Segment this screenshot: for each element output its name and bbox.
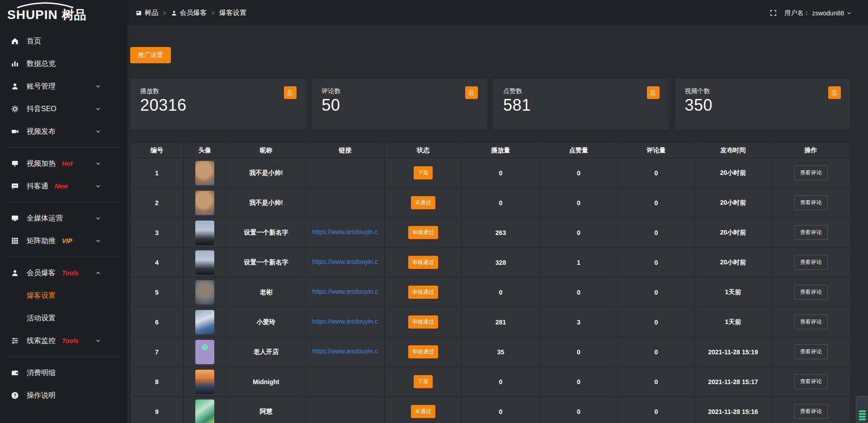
sidebar-item-label: 线索监控 bbox=[27, 336, 56, 346]
sidebar-item-douketong[interactable]: 抖客通 New bbox=[0, 175, 127, 197]
cell-nickname: Midnight bbox=[226, 367, 306, 397]
cell-comments: 0 bbox=[618, 188, 695, 218]
sidebar-item-matrix-boost[interactable]: 矩阵助推 VIP bbox=[0, 230, 127, 252]
sidebar-subitem-activity-settings[interactable]: 活动设置 bbox=[0, 307, 127, 329]
cell-no: 3 bbox=[131, 218, 184, 248]
floating-widget[interactable] bbox=[856, 396, 868, 423]
user-area: 用户名：zswodun88 bbox=[769, 9, 852, 17]
home-icon bbox=[11, 37, 20, 46]
sidebar-item-label: 全媒体运营 bbox=[27, 214, 63, 223]
cell-action: 查看评论 bbox=[772, 158, 850, 188]
breadcrumb-separator: > bbox=[212, 9, 215, 16]
status-badge: 审核通过 bbox=[408, 345, 438, 358]
breadcrumb-item-member-baoke[interactable]: 会员爆客 bbox=[171, 9, 207, 17]
sidebar-item-instructions[interactable]: ? 操作说明 bbox=[0, 384, 127, 407]
cell-action: 查看评论 bbox=[772, 248, 850, 277]
col-header-status: 状态 bbox=[385, 143, 462, 158]
video-link[interactable]: https://www.iesdouyin.c bbox=[312, 318, 378, 325]
tools-tag: Tools bbox=[62, 337, 79, 344]
breadcrumb-separator: > bbox=[163, 9, 166, 16]
col-header-link: 链接 bbox=[306, 143, 385, 158]
video-link[interactable]: https://www.iesdouyin.c bbox=[312, 258, 378, 265]
cell-avatar bbox=[184, 367, 226, 397]
sidebar-item-consumption-details[interactable]: 消费明细 bbox=[0, 362, 127, 384]
cell-nickname: 老彬 bbox=[226, 277, 306, 307]
sidebar-item-lead-monitor[interactable]: 线索监控 Tools bbox=[0, 329, 127, 352]
avatar bbox=[195, 280, 214, 305]
cell-link: https://www.iesdouyin.c bbox=[306, 307, 385, 337]
user-dropdown[interactable]: 用户名：zswodun88 bbox=[784, 9, 852, 17]
cell-time: 1天前 bbox=[695, 277, 772, 307]
view-comments-button[interactable]: 查看评论 bbox=[794, 255, 828, 270]
monitor-icon bbox=[11, 214, 20, 223]
view-comments-button[interactable]: 查看评论 bbox=[794, 315, 828, 329]
view-comments-button[interactable]: 查看评论 bbox=[794, 165, 828, 180]
brand-logo[interactable]: SHUPIN 树品 bbox=[0, 0, 127, 30]
sidebar-subitem-label: 爆客设置 bbox=[27, 291, 56, 301]
cell-no: 7 bbox=[131, 337, 184, 367]
sidebar-item-label: 视频发布 bbox=[27, 127, 56, 136]
chevron-down-icon bbox=[95, 106, 101, 112]
cell-action: 查看评论 bbox=[772, 277, 850, 307]
view-comments-button[interactable]: 查看评论 bbox=[794, 195, 828, 210]
stat-label: 视频个数 bbox=[685, 87, 840, 95]
video-link[interactable]: https://www.iesdouyin.c bbox=[312, 348, 378, 355]
stat-cards: 播放数 20316 总 评论数 50 总 点赞数 581 总 视频个数 350 bbox=[130, 79, 850, 130]
vip-tag: VIP bbox=[62, 237, 72, 244]
svg-text:?: ? bbox=[14, 393, 16, 398]
app-window: SHUPIN 树品 首页 数据总览 账号管理 抖音SEO 视频发布 bbox=[0, 0, 868, 423]
promotion-settings-button[interactable]: 推广设置 bbox=[130, 47, 171, 63]
cell-time: 20小时前 bbox=[695, 248, 772, 277]
sidebar-subitem-label: 活动设置 bbox=[27, 314, 56, 323]
cell-status: 审核通过 bbox=[385, 218, 462, 248]
cell-link bbox=[306, 397, 385, 423]
cell-nickname: 设置一个新名字 bbox=[226, 248, 306, 277]
avatar bbox=[195, 250, 214, 275]
sliders-icon bbox=[11, 336, 20, 345]
fullscreen-icon[interactable] bbox=[769, 9, 777, 17]
view-comments-button[interactable]: 查看评论 bbox=[794, 344, 828, 359]
sidebar-item-account-mgmt[interactable]: 账号管理 bbox=[0, 75, 127, 98]
cell-no: 2 bbox=[131, 188, 184, 218]
stat-card-likes: 点赞数 581 总 bbox=[493, 79, 669, 130]
cell-plays: 281 bbox=[462, 307, 540, 337]
avatar bbox=[195, 221, 214, 245]
sidebar-item-douyin-seo[interactable]: 抖音SEO bbox=[0, 98, 127, 120]
breadcrumb-item-home[interactable]: 树品 bbox=[136, 9, 158, 17]
sidebar-item-home[interactable]: 首页 bbox=[0, 30, 127, 52]
sidebar-item-data-overview[interactable]: 数据总览 bbox=[0, 52, 127, 75]
user-icon bbox=[11, 268, 20, 277]
view-comments-button[interactable]: 查看评论 bbox=[794, 404, 828, 419]
total-badge: 总 bbox=[828, 86, 841, 99]
breadcrumb-label: 爆客设置 bbox=[219, 9, 246, 17]
wallet-icon bbox=[11, 368, 20, 377]
avatar bbox=[195, 340, 214, 364]
sidebar-item-omni-media[interactable]: 全媒体运营 bbox=[0, 207, 127, 230]
avatar bbox=[195, 310, 214, 334]
col-header-comments: 评论量 bbox=[618, 143, 695, 158]
view-comments-button[interactable]: 查看评论 bbox=[794, 374, 828, 389]
chevron-down-icon bbox=[95, 160, 101, 167]
sidebar-item-video-publish[interactable]: 视频发布 bbox=[0, 120, 127, 143]
sidebar-divider bbox=[8, 202, 119, 202]
sidebar-item-video-heating[interactable]: 视频加热 Hot bbox=[0, 152, 127, 175]
cell-no: 4 bbox=[131, 248, 184, 277]
status-badge: 审核通过 bbox=[408, 226, 438, 239]
cell-avatar bbox=[184, 277, 226, 307]
cell-comments: 0 bbox=[618, 397, 695, 423]
col-header-publish-time: 发布时间 bbox=[695, 143, 772, 158]
view-comments-button[interactable]: 查看评论 bbox=[794, 225, 828, 240]
video-link[interactable]: https://www.iesdouyin.c bbox=[312, 228, 378, 235]
cell-nickname: 阿慧 bbox=[226, 397, 306, 423]
cell-plays: 328 bbox=[462, 248, 540, 277]
cell-status: 未通过 bbox=[385, 397, 462, 423]
cell-comments: 0 bbox=[618, 158, 695, 188]
view-comments-button[interactable]: 查看评论 bbox=[794, 285, 828, 300]
video-link[interactable]: https://www.iesdouyin.c bbox=[312, 288, 378, 295]
sidebar-subitem-baoke-settings[interactable]: 爆客设置 bbox=[0, 284, 127, 307]
cell-time: 20小时前 bbox=[695, 188, 772, 218]
cell-likes: 0 bbox=[540, 367, 618, 397]
sidebar-item-member-baoke[interactable]: 会员爆客 Tools bbox=[0, 262, 127, 284]
cell-no: 6 bbox=[131, 307, 184, 337]
cell-comments: 0 bbox=[618, 248, 695, 277]
